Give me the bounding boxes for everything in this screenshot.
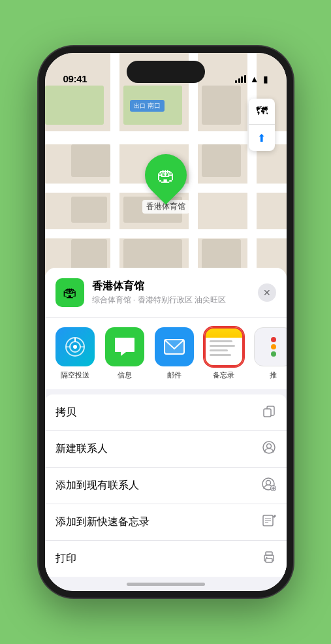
- messages-icon: [105, 327, 144, 366]
- notes-icon: [204, 327, 244, 366]
- venue-header: 🏟 香港体育馆 综合体育馆 · 香港特别行政区 油尖旺区 ✕: [45, 268, 287, 318]
- battery-icon: ▮: [263, 74, 268, 84]
- wifi-icon: ▲: [250, 74, 259, 84]
- venue-info: 香港体育馆 综合体育馆 · 香港特别行政区 油尖旺区: [92, 280, 250, 306]
- share-item-mail[interactable]: 邮件: [155, 327, 194, 380]
- mail-icon: [155, 327, 194, 366]
- close-button[interactable]: ✕: [258, 283, 276, 302]
- action-add-quick-note[interactable]: 添加到新快速备忘录: [45, 504, 287, 541]
- action-copy[interactable]: 拷贝: [45, 394, 287, 431]
- more-label: 推: [270, 370, 277, 380]
- action-print-label: 打印: [55, 552, 76, 566]
- svg-rect-22: [266, 552, 272, 555]
- notes-label: 备忘录: [213, 370, 234, 380]
- venue-icon: 🏟: [55, 278, 84, 307]
- share-item-messages[interactable]: 信息: [105, 327, 144, 380]
- mail-label: 邮件: [167, 370, 181, 380]
- quick-note-icon: [262, 513, 276, 531]
- action-new-contact[interactable]: 新建联系人: [45, 431, 287, 468]
- action-add-quick-note-label: 添加到新快速备忘录: [55, 515, 150, 529]
- map-location-icon: ⬆: [257, 132, 266, 144]
- svg-rect-9: [264, 409, 271, 417]
- location-pin: 🏟 香港体育馆: [142, 154, 189, 214]
- copy-icon: [262, 404, 276, 421]
- share-row: 隔空投送 信息 邮件: [45, 318, 287, 389]
- action-list: 拷贝 新建联系人: [45, 394, 287, 577]
- svg-point-13: [266, 481, 270, 485]
- action-print[interactable]: 打印: [45, 541, 287, 577]
- add-existing-contact-icon: [262, 477, 276, 494]
- print-icon: [262, 550, 276, 568]
- new-contact-icon: [262, 440, 276, 458]
- map-location-button[interactable]: ⬆: [249, 125, 275, 151]
- stadium-icon: 🏟: [157, 165, 175, 186]
- share-item-airdrop[interactable]: 隔空投送: [55, 327, 95, 380]
- venue-subtitle: 综合体育馆 · 香港特别行政区 油尖旺区: [92, 295, 250, 306]
- svg-point-24: [266, 557, 267, 558]
- phone-frame: 09:41 ▲ ▮ 出: [39, 46, 293, 598]
- home-indicator: [127, 583, 205, 586]
- action-new-contact-label: 新建联系人: [55, 442, 108, 456]
- messages-label: 信息: [118, 370, 132, 380]
- svg-point-11: [266, 444, 271, 449]
- action-add-existing-contact[interactable]: 添加到现有联系人: [45, 468, 287, 504]
- map-label-nankou: 出口 南口: [130, 100, 165, 112]
- venue-stadium-icon: 🏟: [63, 284, 77, 301]
- map-layers-icon: 🗺: [256, 105, 268, 118]
- svg-rect-23: [266, 558, 272, 562]
- dynamic-island: [127, 61, 205, 83]
- action-add-existing-label: 添加到现有联系人: [55, 479, 139, 492]
- map-layers-button[interactable]: 🗺: [249, 99, 275, 125]
- status-time: 09:41: [63, 73, 87, 84]
- bottom-sheet: 🏟 香港体育馆 综合体育馆 · 香港特别行政区 油尖旺区 ✕: [45, 268, 287, 591]
- venue-name: 香港体育馆: [92, 280, 250, 293]
- map-button-group: 🗺 ⬆: [249, 99, 275, 151]
- airdrop-icon: [55, 327, 95, 366]
- signal-bars-icon: [235, 75, 246, 83]
- share-item-more[interactable]: 推: [254, 327, 287, 380]
- airdrop-label: 隔空投送: [61, 370, 89, 380]
- more-icon: [254, 327, 287, 366]
- share-item-notes[interactable]: 备忘录: [204, 327, 244, 380]
- action-copy-label: 拷贝: [55, 406, 76, 419]
- status-icons: ▲ ▮: [235, 74, 268, 84]
- svg-point-2: [73, 345, 77, 349]
- pin-circle: 🏟: [136, 146, 195, 205]
